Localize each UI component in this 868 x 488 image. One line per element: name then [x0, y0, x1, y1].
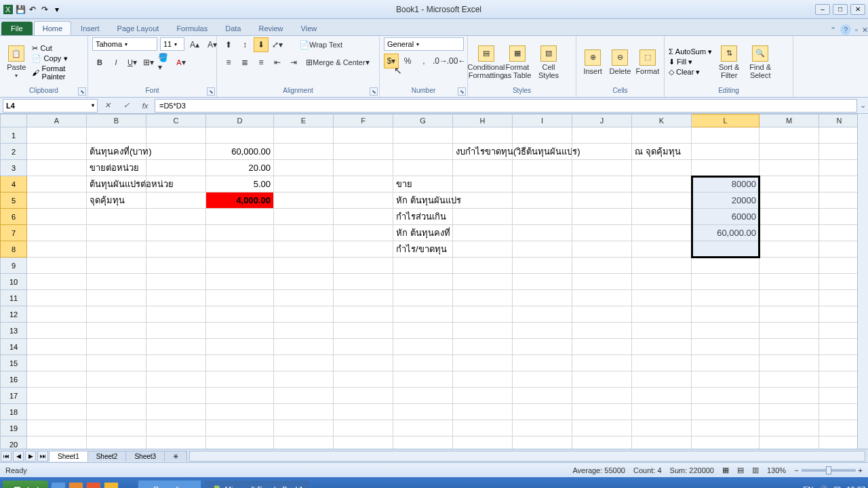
cell-H12[interactable]	[453, 306, 513, 323]
cell-C7[interactable]	[146, 225, 206, 241]
page-layout-tab[interactable]: Page Layout	[109, 22, 167, 35]
cell-F20[interactable]	[334, 436, 393, 449]
restore-icon[interactable]: ▫	[855, 26, 858, 34]
cell-L11[interactable]	[692, 290, 760, 306]
cell-G19[interactable]	[393, 420, 453, 436]
cell-G7[interactable]: หัก ต้นทุนคงที่	[393, 225, 453, 241]
col-header-E[interactable]: E	[274, 114, 334, 127]
cell-I20[interactable]	[513, 436, 572, 449]
cell-G2[interactable]	[393, 144, 453, 160]
name-box[interactable]: L4▾	[3, 99, 98, 113]
row-header-16[interactable]: 16	[0, 371, 27, 388]
clipboard-launcher[interactable]: ⬊	[78, 87, 86, 96]
cell-N7[interactable]	[819, 225, 860, 241]
cell-A2[interactable]	[27, 144, 87, 160]
formulas-tab[interactable]: Formulas	[168, 22, 216, 35]
cell-A17[interactable]	[27, 388, 87, 404]
cell-C9[interactable]	[146, 258, 206, 274]
cell-E7[interactable]	[274, 225, 334, 241]
cell-I5[interactable]	[513, 192, 572, 209]
cell-D13[interactable]	[206, 323, 274, 339]
cell-E10[interactable]	[274, 274, 334, 290]
col-header-G[interactable]: G	[393, 114, 453, 127]
cell-E14[interactable]	[274, 339, 334, 355]
cell-J7[interactable]	[572, 225, 632, 241]
cell-K13[interactable]	[632, 323, 692, 339]
cell-I14[interactable]	[513, 339, 572, 355]
italic-button[interactable]: I	[108, 55, 123, 70]
cell-N1[interactable]	[819, 127, 860, 144]
align-middle-icon[interactable]: ↕	[237, 37, 252, 52]
cell-H3[interactable]	[453, 160, 513, 176]
cell-D9[interactable]	[206, 258, 274, 274]
cell-F4[interactable]	[334, 176, 393, 192]
row-header-19[interactable]: 19	[0, 420, 27, 436]
cell-styles-button[interactable]: ▧Cell Styles	[534, 40, 563, 85]
col-header-M[interactable]: M	[760, 114, 819, 127]
col-header-H[interactable]: H	[453, 114, 513, 127]
cell-G17[interactable]	[393, 388, 453, 404]
cell-N9[interactable]	[819, 258, 860, 274]
cell-F11[interactable]	[334, 290, 393, 306]
cell-L19[interactable]	[692, 420, 760, 436]
cell-B19[interactable]	[87, 420, 146, 436]
row-header-15[interactable]: 15	[0, 355, 27, 371]
cell-D4[interactable]: 5.00	[206, 176, 274, 192]
cell-F19[interactable]	[334, 420, 393, 436]
vertical-scrollbar[interactable]	[857, 114, 868, 449]
review-tab[interactable]: Review	[250, 22, 291, 35]
qat-dropdown-icon[interactable]: ▾	[52, 4, 62, 15]
cell-F8[interactable]	[334, 241, 393, 258]
cell-C15[interactable]	[146, 355, 206, 371]
zoom-slider[interactable]	[802, 469, 856, 472]
close-workbook-icon[interactable]: ✕	[862, 26, 868, 35]
cancel-formula-icon[interactable]: ✕	[100, 99, 114, 113]
cell-L3[interactable]	[692, 160, 760, 176]
view-pagebreak-icon[interactable]: ▥	[752, 466, 759, 474]
cell-D19[interactable]	[206, 420, 274, 436]
cell-K8[interactable]	[632, 241, 692, 258]
wrap-text-button[interactable]: 📄Wrap Text	[296, 37, 346, 52]
cell-I12[interactable]	[513, 306, 572, 323]
cell-N8[interactable]	[819, 241, 860, 258]
new-sheet-icon[interactable]: ✳	[164, 451, 187, 462]
comma-button[interactable]: ,	[416, 54, 431, 68]
cell-D18[interactable]	[206, 404, 274, 420]
cell-A7[interactable]	[27, 225, 87, 241]
cell-M6[interactable]	[760, 209, 819, 225]
insert-tab[interactable]: Insert	[73, 22, 108, 35]
cell-N17[interactable]	[819, 388, 860, 404]
cell-L20[interactable]	[692, 436, 760, 449]
cell-G18[interactable]	[393, 404, 453, 420]
cell-K2[interactable]: ณ จุดคุ้มทุน	[632, 144, 692, 160]
cell-B4[interactable]: ต้นทุนผันแปรต่อหน่วย	[87, 176, 146, 192]
select-all-corner[interactable]	[0, 114, 27, 127]
number-format-select[interactable]: General▾	[384, 37, 464, 51]
cell-I16[interactable]	[513, 371, 572, 388]
language-indicator[interactable]: EN	[803, 485, 813, 488]
cell-K4[interactable]	[632, 176, 692, 192]
cell-N5[interactable]	[819, 192, 860, 209]
cell-I18[interactable]	[513, 404, 572, 420]
cell-G9[interactable]	[393, 258, 453, 274]
row-header-18[interactable]: 18	[0, 404, 27, 420]
cell-B6[interactable]	[87, 209, 146, 225]
cell-A10[interactable]	[27, 274, 87, 290]
cell-F14[interactable]	[334, 339, 393, 355]
cell-L7[interactable]: 60,000.00	[692, 225, 760, 241]
cell-C4[interactable]	[146, 176, 206, 192]
cell-N13[interactable]	[819, 323, 860, 339]
cell-K5[interactable]	[632, 192, 692, 209]
horizontal-scrollbar[interactable]	[189, 451, 865, 462]
cell-M9[interactable]	[760, 258, 819, 274]
col-header-F[interactable]: F	[334, 114, 393, 127]
col-header-C[interactable]: C	[146, 114, 206, 127]
cell-D8[interactable]	[206, 241, 274, 258]
underline-button[interactable]: U▾	[125, 55, 140, 70]
cell-K20[interactable]	[632, 436, 692, 449]
cell-J16[interactable]	[572, 371, 632, 388]
cell-A14[interactable]	[27, 339, 87, 355]
cell-E17[interactable]	[274, 388, 334, 404]
cell-H1[interactable]	[453, 127, 513, 144]
cell-F6[interactable]	[334, 209, 393, 225]
